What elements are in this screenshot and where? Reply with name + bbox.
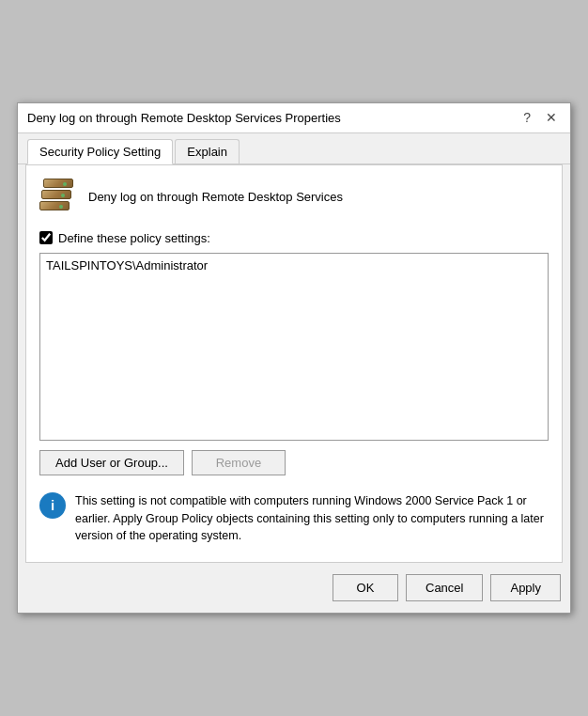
- cancel-button[interactable]: Cancel: [406, 574, 483, 601]
- user-listbox[interactable]: TAILSPINTOYS\Administrator: [39, 253, 549, 441]
- add-user-button[interactable]: Add User or Group...: [39, 450, 184, 475]
- info-box: i This setting is not compatible with co…: [39, 489, 549, 549]
- action-buttons: Add User or Group... Remove: [39, 450, 549, 475]
- info-text: This setting is not compatible with comp…: [75, 492, 549, 545]
- define-policy-checkbox[interactable]: [39, 231, 53, 244]
- dialog-window: Deny log on through Remote Desktop Servi…: [17, 102, 571, 614]
- main-content: Deny log on through Remote Desktop Servi…: [25, 164, 563, 563]
- apply-button[interactable]: Apply: [490, 574, 561, 601]
- policy-title: Deny log on through Remote Desktop Servi…: [88, 190, 343, 204]
- server-icon: [39, 179, 77, 216]
- remove-button[interactable]: Remove: [192, 450, 286, 475]
- define-policy-label: Define these policy settings:: [58, 231, 210, 245]
- tab-bar: Security Policy Setting Explain: [18, 133, 570, 164]
- ok-button[interactable]: OK: [333, 574, 398, 601]
- close-button[interactable]: ✕: [542, 111, 561, 124]
- dialog-title: Deny log on through Remote Desktop Servi…: [27, 111, 341, 125]
- tab-explain[interactable]: Explain: [175, 139, 240, 163]
- title-bar: Deny log on through Remote Desktop Servi…: [18, 103, 570, 133]
- tab-security-policy-setting[interactable]: Security Policy Setting: [27, 139, 173, 164]
- policy-header: Deny log on through Remote Desktop Servi…: [39, 179, 549, 216]
- title-bar-controls: ? ✕: [519, 111, 561, 124]
- list-item: TAILSPINTOYS\Administrator: [44, 257, 544, 273]
- define-policy-row: Define these policy settings:: [39, 231, 549, 245]
- dialog-footer: OK Cancel Apply: [18, 563, 570, 613]
- info-icon: i: [39, 492, 66, 519]
- help-button[interactable]: ?: [519, 111, 534, 124]
